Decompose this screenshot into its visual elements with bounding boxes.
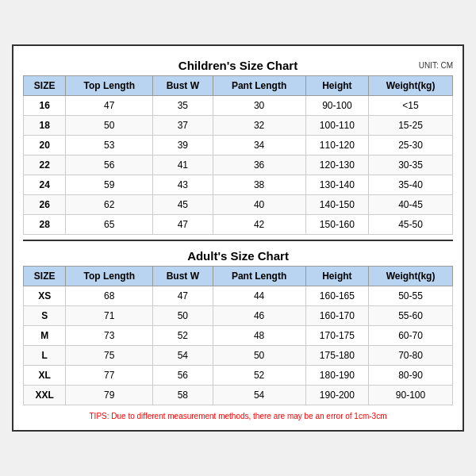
adult-cell: 52 <box>153 326 213 346</box>
children-cell: 20 <box>24 136 66 155</box>
adult-table-row: S715046160-17055-60 <box>24 306 453 326</box>
adult-cell: 50 <box>213 346 305 366</box>
adult-cell: 60-70 <box>369 326 453 346</box>
children-cell: 62 <box>66 195 153 215</box>
children-table-row: 1647353090-100<15 <box>24 96 453 116</box>
children-col-top-length: Top Length <box>66 76 153 96</box>
children-table: SIZE Top Length Bust W Pant Length Heigh… <box>23 75 453 235</box>
adult-cell: L <box>24 346 66 366</box>
children-cell: 30 <box>213 96 305 116</box>
adult-col-top-length: Top Length <box>66 267 153 286</box>
children-table-row: 28654742150-16045-50 <box>24 215 453 235</box>
adult-cell: 56 <box>153 366 213 386</box>
adult-table-row: XXL795854190-20090-100 <box>24 386 453 405</box>
adult-cell: 54 <box>153 346 213 366</box>
children-cell: 130-140 <box>305 175 368 195</box>
children-cell: 40-45 <box>369 195 453 215</box>
adult-cell: 71 <box>66 306 153 326</box>
adult-table: SIZE Top Length Bust W Pant Length Heigh… <box>23 266 453 405</box>
children-col-weight: Weight(kg) <box>369 76 453 96</box>
adult-cell: 58 <box>153 386 213 405</box>
adult-cell: M <box>24 326 66 346</box>
adult-table-row: XS684744160-16550-55 <box>24 286 453 306</box>
children-table-row: 18503732100-11015-25 <box>24 116 453 136</box>
adult-cell: 44 <box>213 286 305 306</box>
children-cell: 40 <box>213 195 305 215</box>
children-cell: 65 <box>66 215 153 235</box>
children-col-bust: Bust W <box>153 76 213 96</box>
adult-cell: 77 <box>66 366 153 386</box>
children-cell: 15-25 <box>369 116 453 136</box>
children-cell: 120-130 <box>305 155 368 175</box>
children-section-title: Children's Size Chart UNIT: CM <box>23 54 453 75</box>
adult-cell: 160-170 <box>305 306 368 326</box>
adult-cell: 70-80 <box>369 346 453 366</box>
adult-cell: 54 <box>213 386 305 405</box>
adult-cell: 52 <box>213 366 305 386</box>
adult-cell: 175-180 <box>305 346 368 366</box>
tips-text: TIPS: Due to different measurement metho… <box>23 405 453 420</box>
children-cell: 18 <box>24 116 66 136</box>
section-divider <box>23 240 453 241</box>
children-table-row: 22564136120-13030-35 <box>24 155 453 175</box>
adult-cell: 79 <box>66 386 153 405</box>
children-cell: 53 <box>66 136 153 155</box>
children-cell: 100-110 <box>305 116 368 136</box>
children-col-pant: Pant Length <box>213 76 305 96</box>
children-cell: 30-35 <box>369 155 453 175</box>
adult-col-pant: Pant Length <box>213 267 305 286</box>
adult-table-row: XL775652180-19080-90 <box>24 366 453 386</box>
children-cell: 34 <box>213 136 305 155</box>
adult-header-row: SIZE Top Length Bust W Pant Length Heigh… <box>24 267 453 286</box>
children-cell: 150-160 <box>305 215 368 235</box>
children-cell: 26 <box>24 195 66 215</box>
children-col-height: Height <box>305 76 368 96</box>
adult-table-row: L755450175-18070-80 <box>24 346 453 366</box>
children-header-row: SIZE Top Length Bust W Pant Length Heigh… <box>24 76 453 96</box>
adult-cell: S <box>24 306 66 326</box>
children-cell: 22 <box>24 155 66 175</box>
children-table-row: 20533934110-12025-30 <box>24 136 453 155</box>
children-cell: 56 <box>66 155 153 175</box>
adult-col-size: SIZE <box>24 267 66 286</box>
adult-col-weight: Weight(kg) <box>369 267 453 286</box>
children-cell: <15 <box>369 96 453 116</box>
children-table-row: 24594338130-14035-40 <box>24 175 453 195</box>
adult-cell: 90-100 <box>369 386 453 405</box>
adult-cell: 80-90 <box>369 366 453 386</box>
children-cell: 45-50 <box>369 215 453 235</box>
adult-cell: 160-165 <box>305 286 368 306</box>
children-cell: 37 <box>153 116 213 136</box>
adult-cell: 73 <box>66 326 153 346</box>
adult-cell: 190-200 <box>305 386 368 405</box>
children-cell: 45 <box>153 195 213 215</box>
adult-table-row: M735248170-17560-70 <box>24 326 453 346</box>
children-cell: 35 <box>153 96 213 116</box>
adult-cell: 180-190 <box>305 366 368 386</box>
size-chart-container: Children's Size Chart UNIT: CM SIZE Top … <box>12 44 464 432</box>
adult-cell: XL <box>24 366 66 386</box>
adult-cell: 50 <box>153 306 213 326</box>
adult-section-title: Adult's Size Chart <box>23 243 453 266</box>
children-cell: 41 <box>153 155 213 175</box>
adult-title-text: Adult's Size Chart <box>187 249 289 263</box>
adult-cell: XXL <box>24 386 66 405</box>
adult-col-height: Height <box>305 267 368 286</box>
children-cell: 24 <box>24 175 66 195</box>
adult-cell: 170-175 <box>305 326 368 346</box>
children-cell: 16 <box>24 96 66 116</box>
children-cell: 25-30 <box>369 136 453 155</box>
adult-cell: 75 <box>66 346 153 366</box>
adult-cell: 50-55 <box>369 286 453 306</box>
children-cell: 38 <box>213 175 305 195</box>
children-cell: 140-150 <box>305 195 368 215</box>
children-table-row: 26624540140-15040-45 <box>24 195 453 215</box>
children-cell: 59 <box>66 175 153 195</box>
children-cell: 36 <box>213 155 305 175</box>
children-cell: 28 <box>24 215 66 235</box>
adult-cell: 68 <box>66 286 153 306</box>
adult-cell: XS <box>24 286 66 306</box>
children-col-size: SIZE <box>24 76 66 96</box>
children-cell: 43 <box>153 175 213 195</box>
children-cell: 32 <box>213 116 305 136</box>
